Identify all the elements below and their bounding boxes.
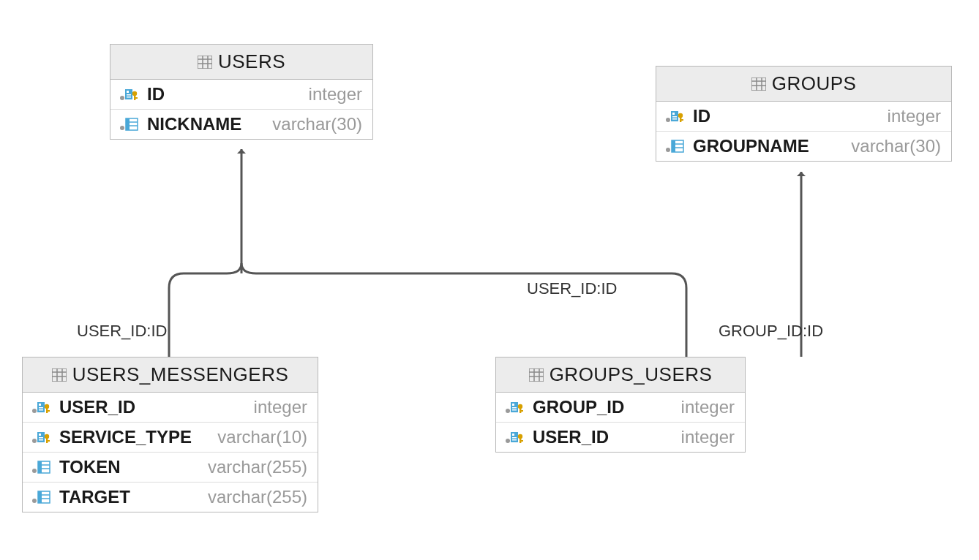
svg-rect-87 [519, 440, 523, 442]
svg-rect-30 [680, 119, 683, 121]
svg-point-57 [32, 469, 37, 473]
svg-rect-74 [512, 404, 514, 406]
svg-rect-15 [126, 118, 130, 130]
primary-key-icon [664, 109, 686, 124]
svg-point-13 [120, 126, 124, 130]
column-icon [118, 117, 140, 132]
svg-rect-45 [39, 409, 43, 411]
svg-rect-44 [39, 407, 43, 409]
column-name: USER_ID [533, 427, 674, 447]
table-users-messengers[interactable]: USERS_MESSENGERS USER_ID integer SERVICE… [22, 357, 318, 512]
primary-key-icon [503, 400, 525, 415]
table-users-messengers-header: USERS_MESSENGERS [23, 357, 318, 393]
table-groups-users-header: GROUPS_USERS [496, 357, 745, 393]
primary-key-icon [503, 430, 525, 444]
svg-rect-79 [519, 410, 523, 412]
column-name: SERVICE_TYPE [59, 427, 210, 447]
svg-rect-25 [672, 113, 675, 115]
primary-key-icon [30, 400, 52, 415]
svg-rect-75 [512, 407, 517, 409]
svg-rect-51 [39, 434, 41, 436]
svg-rect-84 [512, 439, 517, 441]
column-type: integer [309, 84, 362, 105]
svg-point-23 [666, 118, 670, 122]
svg-point-72 [506, 409, 510, 413]
svg-rect-33 [672, 140, 675, 152]
svg-point-5 [120, 96, 124, 100]
column-name: NICKNAME [147, 114, 265, 135]
table-row[interactable]: GROUP_ID integer [496, 393, 745, 423]
svg-point-62 [32, 499, 37, 503]
table-row[interactable]: TOKEN varchar(255) [23, 453, 318, 483]
svg-rect-56 [46, 440, 50, 442]
primary-key-icon [30, 430, 52, 444]
column-name: GROUP_ID [533, 397, 674, 417]
column-icon [664, 139, 686, 154]
er-diagram-canvas: USER_ID:ID USER_ID:ID GROUP_ID:ID USERS … [0, 0, 979, 560]
table-icon [52, 368, 67, 382]
column-name: GROUPNAME [693, 136, 844, 156]
column-icon [30, 490, 52, 504]
table-row[interactable]: GROUPNAME varchar(30) [656, 132, 951, 161]
svg-rect-36 [52, 368, 67, 382]
table-groups-header: GROUPS [656, 67, 951, 102]
svg-rect-48 [46, 410, 50, 412]
column-type: integer [681, 427, 735, 447]
relationship-label-um-users: USER_ID:ID [77, 322, 167, 341]
column-type: varchar(30) [272, 114, 362, 135]
table-users-title: USERS [218, 50, 285, 73]
column-type: varchar(255) [208, 457, 307, 477]
svg-point-31 [666, 148, 670, 152]
table-icon [529, 368, 544, 382]
table-row[interactable]: NICKNAME varchar(30) [110, 110, 372, 139]
table-row[interactable]: ID integer [110, 80, 372, 110]
column-type: integer [681, 397, 735, 417]
svg-rect-82 [512, 434, 514, 436]
svg-rect-0 [198, 56, 212, 69]
column-type: varchar(30) [851, 136, 941, 156]
column-type: integer [888, 106, 941, 126]
svg-rect-8 [127, 94, 131, 96]
svg-rect-12 [134, 97, 138, 99]
table-groups-title: GROUPS [772, 72, 857, 95]
column-type: varchar(10) [217, 427, 307, 447]
table-users-messengers-title: USERS_MESSENGERS [72, 363, 289, 386]
svg-rect-43 [39, 404, 41, 406]
svg-point-80 [506, 439, 510, 443]
svg-rect-67 [529, 368, 544, 382]
table-row[interactable]: ID integer [656, 102, 951, 132]
svg-rect-83 [512, 437, 517, 439]
svg-rect-76 [512, 409, 517, 411]
table-groups-users-title: GROUPS_USERS [549, 363, 713, 386]
column-name: USER_ID [59, 397, 247, 417]
svg-point-41 [32, 409, 37, 413]
table-users-header: USERS [110, 45, 372, 80]
relationship-label-gu-users: USER_ID:ID [527, 279, 617, 298]
table-icon [198, 56, 212, 69]
fk-groups-users-to-users [256, 273, 686, 357]
table-groups[interactable]: GROUPS ID integer GROUPNAME varchar(30) [656, 66, 952, 162]
table-groups-users[interactable]: GROUPS_USERS GROUP_ID integer USER_ID in… [495, 357, 746, 453]
svg-rect-7 [127, 91, 129, 93]
table-row[interactable]: TARGET varchar(255) [23, 483, 318, 512]
column-name: TARGET [59, 487, 200, 507]
relationship-label-gu-groups: GROUP_ID:ID [719, 322, 823, 341]
column-name: ID [693, 106, 880, 126]
table-row[interactable]: USER_ID integer [496, 423, 745, 452]
table-row[interactable]: USER_ID integer [23, 393, 318, 423]
table-row[interactable]: SERVICE_TYPE varchar(10) [23, 423, 318, 453]
svg-rect-53 [39, 439, 43, 441]
table-users[interactable]: USERS ID integer NICKNAME varchar(30) [110, 44, 373, 140]
svg-rect-9 [127, 97, 131, 98]
svg-rect-52 [39, 437, 43, 439]
column-type: integer [254, 397, 307, 417]
column-type: varchar(255) [208, 487, 307, 507]
svg-rect-64 [38, 491, 42, 503]
column-icon [30, 460, 52, 474]
primary-key-icon [118, 87, 140, 102]
svg-rect-18 [751, 77, 766, 91]
column-name: ID [147, 84, 301, 105]
table-icon [751, 77, 766, 91]
svg-rect-59 [38, 461, 42, 473]
svg-rect-27 [672, 118, 677, 120]
